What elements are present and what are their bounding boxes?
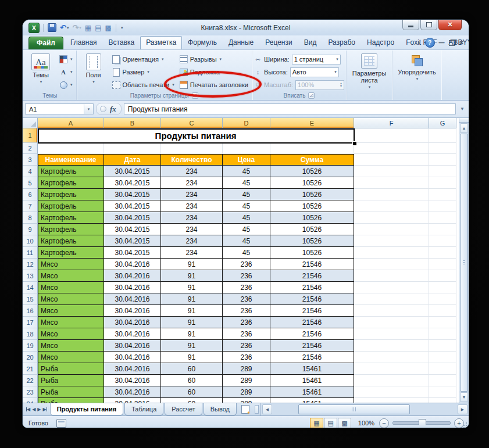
grid-cell[interactable]: 30.04.2016	[104, 352, 161, 363]
grid-cell[interactable]: 91	[161, 282, 223, 293]
grid-cell[interactable]: 45	[223, 200, 270, 212]
row-header[interactable]: 23	[23, 386, 38, 398]
minimize-button[interactable]	[402, 20, 419, 30]
grid-cell[interactable]: 45	[223, 177, 270, 189]
tab-split-handle[interactable]	[255, 405, 259, 414]
grid-cell[interactable]	[429, 282, 456, 293]
grid-cell[interactable]: 10526	[270, 247, 354, 259]
row-header[interactable]: 7	[23, 200, 38, 212]
save-button[interactable]	[47, 23, 57, 33]
grid-cell[interactable]: 30.04.2016	[104, 386, 161, 398]
table-header-cell[interactable]: Дата	[104, 154, 161, 166]
first-sheet-button[interactable]: ◀	[26, 407, 30, 412]
ribbon-tab[interactable]: Надстро	[361, 36, 400, 49]
grid-cell[interactable]: Картофель	[38, 189, 104, 200]
grid-cell[interactable]: Рыба	[38, 386, 104, 398]
sheet-tab[interactable]: Рассчет	[165, 403, 202, 415]
grid-cell[interactable]: 30.04.2016	[104, 305, 161, 317]
grid-cell[interactable]: 30.04.2016	[104, 293, 161, 305]
grid-cell[interactable]: 30.04.2015	[104, 189, 161, 200]
grid-cell[interactable]	[354, 375, 429, 386]
excel-logo-icon[interactable]: X	[28, 23, 40, 33]
grid-cell[interactable]	[429, 259, 456, 270]
horizontal-scroll-thumb[interactable]	[298, 404, 410, 414]
grid-cell[interactable]	[354, 293, 429, 305]
grid-cell[interactable]	[429, 212, 456, 224]
grid-cell[interactable]: 45	[223, 189, 270, 200]
row-header[interactable]: 9	[23, 224, 38, 235]
grid-cell[interactable]: 30.04.2016	[104, 375, 161, 386]
ribbon-tab[interactable]: Разрабо	[322, 36, 361, 49]
grid-cell[interactable]: 91	[161, 270, 223, 282]
redo-button[interactable]: ↷▾	[72, 23, 81, 33]
grid-cell[interactable]	[354, 386, 429, 398]
grid-cell[interactable]	[354, 212, 429, 224]
grid-cell[interactable]	[354, 154, 429, 166]
scroll-up-icon[interactable]: ▲	[460, 123, 468, 133]
grid-cell[interactable]	[429, 363, 456, 375]
row-header[interactable]: 19	[23, 340, 38, 352]
grid-cell[interactable]	[354, 143, 429, 154]
row-header[interactable]: 6	[23, 189, 38, 200]
macro-record-icon[interactable]	[56, 419, 66, 428]
scroll-left-icon[interactable]: ◀	[262, 404, 272, 414]
zoom-in-button[interactable]: +	[454, 418, 464, 428]
grid-cell[interactable]	[354, 224, 429, 235]
grid-cell[interactable]: 91	[161, 293, 223, 305]
sheet-tab[interactable]: Продукты питания	[50, 403, 124, 415]
grid-cell[interactable]: 234	[161, 224, 223, 235]
grid-cell[interactable]: 236	[223, 340, 270, 352]
redo-dropdown-icon[interactable]: ▾	[79, 26, 81, 30]
grid-cell[interactable]: 91	[161, 352, 223, 363]
width-combobox[interactable]: 1 страниц▾	[292, 55, 341, 64]
grid-cell[interactable]	[429, 375, 456, 386]
grid-cell[interactable]: 15461	[270, 363, 354, 375]
arrange-button[interactable]: Упорядочить▾	[394, 52, 440, 83]
grid-cell[interactable]: 10526	[270, 224, 354, 235]
grid-cell[interactable]: 10526	[270, 212, 354, 224]
grid-cell[interactable]: 236	[223, 305, 270, 317]
grid-cell[interactable]	[354, 352, 429, 363]
grid-cell[interactable]: Мясо	[38, 317, 104, 328]
grid-cell[interactable]	[354, 235, 429, 247]
row-header[interactable]: 10	[23, 235, 38, 247]
grid-cell[interactable]: 289	[223, 386, 270, 398]
grid-cell[interactable]	[429, 224, 456, 235]
row-header[interactable]: 17	[23, 317, 38, 328]
grid-cell[interactable]: 234	[161, 166, 223, 177]
table-header-cell[interactable]: Наименование	[38, 154, 104, 166]
grid-cell[interactable]: Мясо	[38, 259, 104, 270]
undo-dropdown-icon[interactable]: ▾	[67, 26, 69, 30]
page-layout-view-button[interactable]: ▤	[324, 418, 337, 429]
sheet-tab[interactable]: Таблица	[124, 403, 163, 415]
ribbon-tab[interactable]: Главная	[65, 36, 103, 49]
grid-cell[interactable]: 234	[161, 247, 223, 259]
grid-cell[interactable]: 289	[223, 363, 270, 375]
column-header[interactable]: A	[38, 118, 104, 128]
grid-cell[interactable]: 30.04.2015	[104, 212, 161, 224]
grid-cell[interactable]: Мясо	[38, 293, 104, 305]
grid-cell[interactable]: 30.04.2015	[104, 200, 161, 212]
grid-cell[interactable]	[354, 282, 429, 293]
grid-cell[interactable]: 234	[161, 200, 223, 212]
page-break-view-button[interactable]: ▩	[338, 418, 351, 429]
grid-cell[interactable]: 21546	[270, 259, 354, 270]
horizontal-scroll-track[interactable]	[273, 404, 457, 415]
column-header[interactable]: B	[104, 118, 161, 128]
grid-cell[interactable]: 236	[223, 317, 270, 328]
grid-cell[interactable]: 30.04.2016	[104, 317, 161, 328]
grid-cell[interactable]: 45	[223, 166, 270, 177]
grid-cell[interactable]: 236	[223, 293, 270, 305]
column-header[interactable]: E	[270, 118, 354, 128]
ribbon-tab[interactable]: Файл	[28, 37, 63, 49]
grid-cell[interactable]: 21546	[270, 293, 354, 305]
grid-cell[interactable]: 45	[223, 247, 270, 259]
orientation-button[interactable]: Ориентация▾	[110, 53, 176, 65]
grid-cell[interactable]	[354, 340, 429, 352]
grid-cell[interactable]: Картофель	[38, 177, 104, 189]
grid-cell[interactable]: 15461	[270, 375, 354, 386]
row-header[interactable]: 13	[23, 270, 38, 282]
row-header[interactable]: 12	[23, 259, 38, 270]
grid-cell[interactable]: 91	[161, 340, 223, 352]
grid-cell[interactable]	[429, 128, 456, 143]
